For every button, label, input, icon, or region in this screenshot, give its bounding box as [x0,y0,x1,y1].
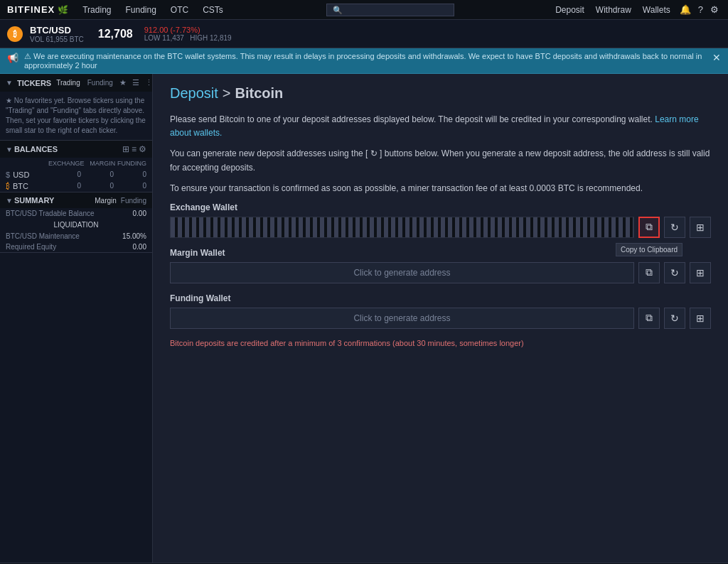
ticker-change: 912.00 (-7.73%) LOW 11,437 HIGH 12,819 [144,26,232,42]
exchange-wallet-label: Exchange Wallet [170,202,711,212]
summary-tab-margin[interactable]: Margin [95,197,117,205]
ticker-bar: ₿ BTC/USD VOL 61,955 BTC 12,708 912.00 (… [0,20,728,48]
notification-icon[interactable]: 🔔 [676,0,695,20]
bal-btc-row: ₿ BTC 0 0 0 [0,180,152,192]
banner-close[interactable]: ✕ [712,52,721,63]
summary-tradable-label: BTC/USD Tradable Balance [6,210,95,217]
margin-copy-icon: ⧉ [646,266,653,278]
balances-icons: ⊞ ≡ ⚙ [122,144,146,154]
funding-refresh-button[interactable]: ↻ [664,308,685,329]
funding-generate-btn[interactable]: Click to generate address [170,308,634,329]
margin-refresh-icon: ↻ [670,267,679,278]
qr-icon: ⊞ [696,222,705,233]
tickers-tabs: Trading Funding [54,78,115,87]
star-icon[interactable]: ★ [118,78,128,87]
bal-btc-funding: 0 [114,182,146,190]
exchange-wallet-address [170,217,634,238]
balances-list-icon[interactable]: ≡ [132,144,136,154]
bal-col-exchange: EXCHANGE [48,160,85,167]
top-navigation: BITFINEX 🌿 Trading Funding OTC CSTs Depo… [0,0,728,20]
summary-equity-label: Required Equity [6,243,56,251]
bal-btc-label: ₿ BTC [6,182,48,190]
margin-qr-button[interactable]: ⊞ [690,262,711,283]
margin-copy-button[interactable]: ⧉ [638,262,660,283]
nav-funding[interactable]: Funding [118,0,163,20]
main-layout: ▼ TICKERS Trading Funding ★ ☰ ⋮ ★ No fav… [0,74,728,563]
copy-tooltip: Copy to Clipboard [616,243,682,256]
funding-wallet-section: Funding Wallet Click to generate address… [170,293,711,329]
bal-btc-margin: 0 [81,182,114,190]
funding-copy-button[interactable]: ⧉ [638,308,660,329]
summary-header: ▼ SUMMARY Margin Funding [0,192,152,208]
nav-links: Trading Funding OTC CSTs [75,0,230,20]
tickers-section: ▼ TICKERS Trading Funding ★ ☰ ⋮ ★ No fav… [0,74,152,141]
summary-maintenance-row: BTC/USD Maintenance 15.00% [0,231,152,242]
summary-section: ▼ SUMMARY Margin Funding BTC/USD Tradabl… [0,192,152,253]
copy-icon: ⧉ [646,221,653,233]
main-content: Deposit > Bitcoin Please send Bitcoin to… [153,74,728,563]
breadcrumb-page: Bitcoin [235,85,284,102]
nav-csts[interactable]: CSTs [196,0,230,20]
nav-trading[interactable]: Trading [75,0,118,20]
funding-qr-icon: ⊞ [696,313,705,324]
nav-search-area [230,4,550,16]
margin-qr-icon: ⊞ [696,267,705,278]
bal-usd-funding: 0 [114,170,146,179]
margin-refresh-button[interactable]: ↻ [664,262,685,283]
summary-tabs: Margin Funding [95,197,146,205]
intro-para3: To ensure your transaction is confirmed … [170,182,711,195]
sidebar: ▼ TICKERS Trading Funding ★ ☰ ⋮ ★ No fav… [0,74,153,563]
summary-maintenance-val: 15.00% [122,232,146,240]
bal-usd-margin: 0 [81,170,114,179]
funding-wallet-label: Funding Wallet [170,293,711,303]
funding-copy-icon: ⧉ [646,312,653,324]
price-change: 912.00 (-7.73%) [144,26,232,34]
funding-qr-button[interactable]: ⊞ [690,308,711,329]
bal-usd-exchange: 0 [48,170,81,179]
nav-wallets[interactable]: Wallets [637,0,676,20]
tickers-note: ★ No favorites yet. Browse tickers using… [0,92,152,140]
bal-col-margin: MARGIN [85,160,116,167]
summary-equity-val: 0.00 [133,243,146,251]
maintenance-banner: 📢 ⚠ We are executing maintenance on the … [0,48,728,74]
tickers-header: ▼ TICKERS Trading Funding ★ ☰ ⋮ [0,74,152,92]
balances-gear-icon[interactable]: ⚙ [139,144,146,154]
exchange-refresh-button[interactable]: ↻ [664,217,685,238]
tickers-tab-trading[interactable]: Trading [54,78,82,87]
logo-leaf: 🌿 [58,5,68,15]
balances-title: BALANCES [14,145,122,153]
bal-col-empty [6,160,48,167]
nav-otc[interactable]: OTC [164,0,196,20]
summary-tradable-val: 0.00 [133,210,146,217]
margin-generate-btn[interactable]: Click to generate address [170,262,634,283]
exchange-wallet-section: Exchange Wallet ⧉ Copy to Clipboard ↻ ⊞ [170,202,711,238]
balances-table-icon[interactable]: ⊞ [122,144,129,154]
summary-maintenance-label: BTC/USD Maintenance [6,232,80,240]
logo-text: BITFINEX [7,4,55,15]
summary-tab-funding[interactable]: Funding [121,197,146,205]
btc-icon: ₿ [7,26,23,42]
nav-withdraw[interactable]: Withdraw [590,0,637,20]
exchange-copy-button[interactable]: ⧉ Copy to Clipboard [638,217,660,238]
breadcrumb-deposit[interactable]: Deposit [170,85,218,102]
settings-icon[interactable]: ⚙ [707,0,722,20]
summary-tradable-row: BTC/USD Tradable Balance 0.00 [0,208,152,219]
search-input[interactable] [326,4,454,16]
funding-wallet-row: Click to generate address ⧉ ↻ ⊞ [170,308,711,329]
help-icon[interactable]: ? [695,0,707,20]
logo: BITFINEX 🌿 [0,4,75,15]
warning-text: Bitcoin deposits are credited after a mi… [170,339,711,347]
balances-col-headers: EXCHANGE MARGIN FUNDING [0,158,152,169]
ticker-vol: VOL 61,955 BTC [30,36,84,43]
bal-col-funding: FUNDING [115,160,146,167]
banner-icon: 📢 [7,53,18,63]
refresh-icon: ↻ [670,222,679,233]
funding-refresh-icon: ↻ [670,313,679,324]
nav-deposit[interactable]: Deposit [550,0,590,20]
tickers-tab-funding[interactable]: Funding [85,78,115,87]
banner-text: ⚠ We are executing maintenance on the BT… [24,52,707,70]
summary-title: SUMMARY [14,196,95,205]
exchange-qr-button[interactable]: ⊞ [690,217,711,238]
tickers-menu-icon[interactable]: ☰ [131,78,141,87]
summary-equity-row: Required Equity 0.00 [0,242,152,252]
